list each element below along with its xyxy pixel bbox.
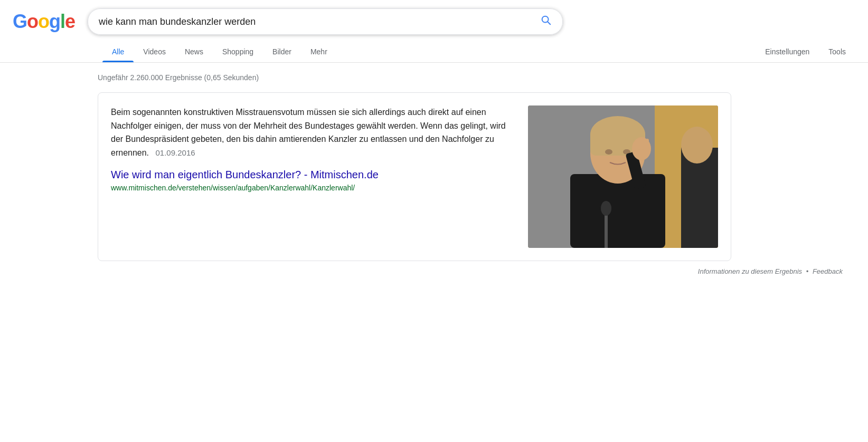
svg-rect-16: [641, 137, 645, 150]
svg-point-11: [605, 149, 612, 155]
nav-tabs: Alle Videos News Shopping Bilder Mehr Ei…: [102, 41, 855, 62]
tab-bilder[interactable]: Bilder: [263, 41, 301, 62]
info-link[interactable]: Informationen zu diesem Ergebnis: [698, 267, 802, 275]
logo-o2: o: [38, 11, 49, 32]
bottom-note: Informationen zu diesem Ergebnis • Feedb…: [98, 267, 855, 275]
logo-o1: o: [27, 11, 38, 32]
featured-snippet-card: Beim sogenannten konstruktiven Misstraue…: [98, 92, 731, 261]
snippet-date: 01.09.2016: [156, 148, 195, 157]
tab-mehr[interactable]: Mehr: [301, 41, 337, 62]
svg-line-1: [548, 22, 550, 24]
tab-alle[interactable]: Alle: [102, 41, 134, 62]
result-title-link[interactable]: Wie wird man eigentlich Bundeskanzler? -…: [111, 169, 515, 181]
result-stats: Ungefähr 2.260.000 Ergebnisse (0,65 Seku…: [98, 73, 855, 82]
feedback-link[interactable]: Feedback: [813, 267, 843, 275]
logo-l: l: [60, 11, 65, 32]
tab-shopping[interactable]: Shopping: [213, 41, 263, 62]
result-url: www.mitmischen.de/verstehen/wissen/aufga…: [111, 184, 355, 192]
svg-rect-15: [637, 138, 640, 150]
logo-e: e: [65, 11, 75, 32]
svg-point-5: [681, 127, 713, 164]
main-content: Ungefähr 2.260.000 Ergebnisse (0,65 Seku…: [0, 63, 868, 286]
logo-g2: g: [49, 11, 60, 32]
header: Google Alle Videos News Shopping Bilder …: [0, 0, 868, 63]
tab-news[interactable]: News: [175, 41, 213, 62]
tab-tools[interactable]: Tools: [819, 41, 855, 62]
logo-g1: G: [13, 11, 27, 32]
header-top: Google: [13, 8, 855, 35]
search-bar: [88, 8, 563, 35]
svg-rect-17: [646, 139, 649, 149]
tab-videos[interactable]: Videos: [134, 41, 175, 62]
google-logo[interactable]: Google: [13, 11, 75, 33]
separator: •: [806, 267, 809, 275]
svg-rect-6: [570, 174, 665, 248]
svg-rect-18: [605, 211, 608, 248]
featured-image: [528, 105, 718, 248]
svg-point-19: [601, 201, 611, 216]
image-bg: [528, 105, 718, 248]
search-input[interactable]: [99, 16, 536, 27]
featured-snippet-text: Beim sogenannten konstruktiven Misstraue…: [111, 105, 515, 248]
search-icon[interactable]: [540, 14, 552, 29]
tab-einstellungen[interactable]: Einstellungen: [756, 41, 819, 62]
